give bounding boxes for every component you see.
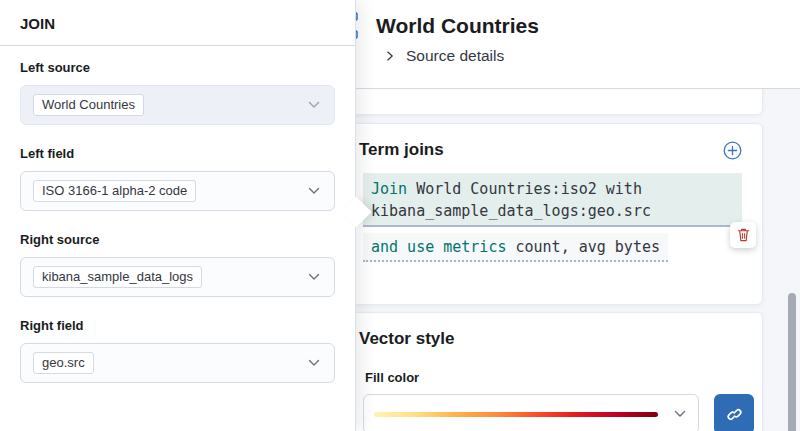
vector-style-card: Vector style Fill color bbox=[340, 312, 763, 431]
chevron-down-icon bbox=[306, 355, 322, 371]
join-expression-button[interactable]: Join World Countries:iso2 with kibana_sa… bbox=[363, 173, 742, 227]
add-join-button[interactable] bbox=[722, 140, 742, 160]
link-icon bbox=[726, 406, 743, 423]
fill-color-select[interactable] bbox=[363, 394, 699, 431]
scrolled-card bbox=[340, 89, 763, 115]
chevron-down-icon bbox=[306, 269, 322, 285]
left-source-group: Left source World Countries bbox=[20, 60, 335, 125]
source-details-label: Source details bbox=[406, 47, 504, 65]
chevron-down-icon bbox=[306, 183, 322, 199]
left-field-select[interactable]: ISO 3166-1 alpha-2 code bbox=[20, 171, 335, 211]
color-ramp-preview bbox=[374, 412, 658, 417]
term-joins-card: Term joins Join World Countries:iso2 wit… bbox=[340, 123, 763, 305]
right-source-label: Right source bbox=[20, 232, 335, 247]
page-title: World Countries bbox=[376, 12, 539, 40]
join-popover-title: JOIN bbox=[0, 0, 355, 45]
field-link-button[interactable] bbox=[714, 394, 754, 431]
join-expression-text: World Countries:iso2 with kibana_sample_… bbox=[371, 180, 651, 220]
left-field-value: ISO 3166-1 alpha-2 code bbox=[33, 180, 196, 202]
source-details-toggle[interactable]: Source details bbox=[383, 47, 504, 65]
plus-in-circle-icon bbox=[723, 141, 742, 160]
trash-icon bbox=[736, 227, 751, 243]
right-field-select[interactable]: geo.src bbox=[20, 343, 335, 383]
chevron-down-icon bbox=[672, 406, 688, 422]
left-field-group: Left field ISO 3166-1 alpha-2 code bbox=[20, 146, 335, 211]
metrics-expression-text: count, avg bytes bbox=[506, 238, 660, 256]
right-source-select[interactable]: kibana_sample_data_logs bbox=[20, 257, 335, 297]
right-field-value: geo.src bbox=[33, 352, 94, 374]
right-source-group: Right source kibana_sample_data_logs bbox=[20, 232, 335, 297]
join-popover: JOIN Left source World Countries Left fi… bbox=[0, 0, 356, 431]
delete-join-button[interactable] bbox=[730, 222, 756, 248]
right-field-group: Right field geo.src bbox=[20, 318, 335, 383]
vector-style-title: Vector style bbox=[359, 329, 454, 349]
left-source-label: Left source bbox=[20, 60, 335, 75]
join-keyword: Join bbox=[371, 180, 407, 198]
left-source-select[interactable]: World Countries bbox=[20, 85, 335, 125]
right-source-value: kibana_sample_data_logs bbox=[33, 266, 202, 288]
metrics-expression-button[interactable]: and use metrics count, avg bytes bbox=[363, 233, 668, 262]
left-source-value: World Countries bbox=[33, 94, 144, 116]
metrics-keyword: and use metrics bbox=[371, 238, 506, 256]
fill-color-label: Fill color bbox=[365, 370, 762, 385]
vertical-scrollbar[interactable] bbox=[788, 293, 796, 431]
chevron-right-icon bbox=[383, 49, 397, 63]
chevron-down-icon bbox=[306, 97, 322, 113]
left-field-label: Left field bbox=[20, 146, 335, 161]
term-joins-title: Term joins bbox=[359, 140, 444, 160]
join-expressions: Join World Countries:iso2 with kibana_sa… bbox=[363, 173, 742, 262]
right-field-label: Right field bbox=[20, 318, 335, 333]
